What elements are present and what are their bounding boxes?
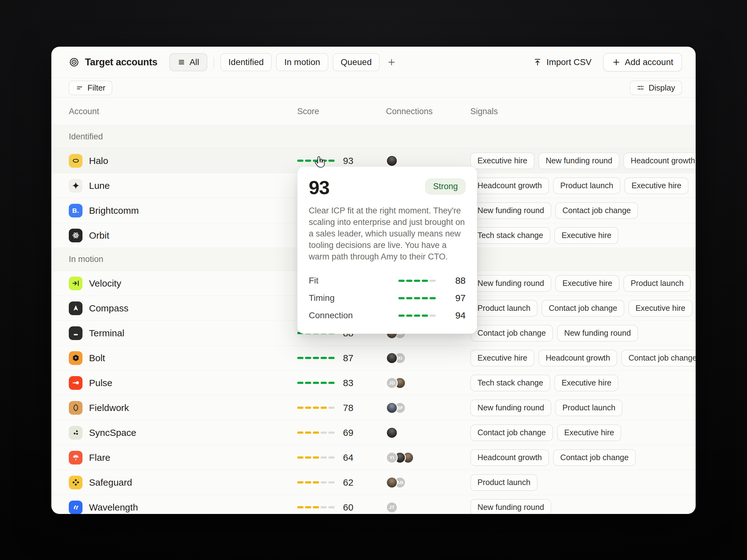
signal-chip[interactable]: Executive hire [554, 227, 618, 244]
table-row-wavelength[interactable]: Wavelength60JTNew funding round [51, 495, 696, 514]
add-view-button[interactable] [384, 55, 399, 70]
signal-chip[interactable]: New funding round [557, 325, 638, 342]
tab-in-motion[interactable]: In motion [276, 53, 328, 71]
logo-letter: B. [72, 207, 79, 214]
score-bar[interactable] [297, 382, 335, 384]
signals-cell: Contact job changeExecutive hire [470, 424, 696, 441]
avatar-photo[interactable] [386, 427, 398, 439]
display-button[interactable]: Display [630, 81, 682, 95]
avatar-initials[interactable]: YI [386, 452, 398, 463]
import-csv-button[interactable]: Import CSV [531, 54, 594, 71]
account-cell: Velocity [51, 276, 297, 290]
signal-chip[interactable]: Executive hire [555, 275, 619, 292]
score-cell[interactable]: 69 [297, 427, 386, 438]
app-header: Target accounts All Identified In motion… [51, 47, 696, 78]
account: Bolt [69, 351, 105, 365]
signal-chip[interactable]: Contact job change [470, 325, 553, 342]
avatar-photo[interactable] [386, 477, 398, 488]
signal-chip[interactable]: Executive hire [557, 424, 621, 441]
score-bar[interactable] [297, 481, 335, 483]
signal-chip[interactable]: New funding round [470, 499, 551, 514]
score-dash [320, 456, 327, 459]
connections-cell [386, 155, 470, 167]
avatar-initials[interactable]: JD [386, 377, 398, 389]
signal-chip-list: Tech stack changeExecutive hire [470, 375, 618, 391]
signal-chip[interactable]: Contact job change [555, 202, 638, 219]
score-bar[interactable] [398, 315, 436, 317]
score-cell[interactable]: 64 [297, 452, 386, 463]
account-cell: Pulse [51, 376, 297, 390]
score-bar[interactable] [297, 431, 335, 434]
table-row-syncspace[interactable]: SyncSpace69Contact job changeExecutive h… [51, 420, 696, 445]
score-dash [414, 315, 420, 317]
signal-chip[interactable]: Product launch [470, 300, 538, 317]
signal-chip[interactable]: Contact job change [553, 449, 636, 466]
signal-chip[interactable]: Tech stack change [470, 375, 550, 391]
account-cell: Safeguard [51, 476, 297, 489]
upload-icon [533, 58, 542, 66]
table-row-safeguard[interactable]: Safeguard62ABProduct launch [51, 470, 696, 495]
halo-logo-icon [69, 154, 82, 168]
signal-chip[interactable]: Executive hire [470, 153, 535, 169]
score-cell[interactable]: 78 [297, 403, 386, 413]
table-row-flare[interactable]: Flare64YIHeadcount growthContact job cha… [51, 445, 696, 470]
signal-chip[interactable]: Headcount growth [538, 350, 617, 367]
signal-chip[interactable]: Headcount growth [470, 449, 549, 466]
table-row-bolt[interactable]: Bolt87XIExecutive hireHeadcount growthCo… [51, 346, 696, 371]
score-dash [328, 407, 335, 409]
signals-cell: Headcount growthContact job change [470, 449, 696, 466]
avatar-photo[interactable] [386, 402, 398, 414]
signal-chip[interactable]: New funding round [470, 202, 551, 219]
score-dash [320, 382, 327, 384]
signal-chip[interactable]: Tech stack change [470, 227, 550, 244]
score-dash [297, 431, 304, 434]
score-bar[interactable] [297, 407, 335, 409]
signal-chip[interactable]: Executive hire [628, 300, 693, 317]
signal-chip[interactable]: Contact job change [621, 350, 696, 367]
score-cell[interactable]: 60 [297, 502, 386, 513]
score-bar[interactable] [297, 357, 335, 359]
avatar-group: AB [386, 477, 406, 488]
signal-chip[interactable]: Contact job change [542, 300, 624, 317]
score-dash [305, 382, 311, 384]
column-header-signals: Signals [470, 107, 696, 116]
metric-label: Timing [309, 293, 398, 303]
signal-chip[interactable]: Executive hire [554, 375, 618, 391]
table-row-pulse[interactable]: Pulse83JDTech stack changeExecutive hire [51, 371, 696, 395]
signal-chip-list: New funding roundProduct launch [470, 399, 622, 416]
avatar-initials[interactable]: JT [386, 502, 398, 513]
score-cell[interactable]: 87 [297, 353, 386, 364]
signal-chip[interactable]: Product launch [555, 399, 622, 416]
signal-chip[interactable]: New funding round [470, 275, 551, 292]
score-bar[interactable] [398, 297, 436, 299]
avatar-photo[interactable] [386, 352, 398, 364]
score-cell[interactable]: 83 [297, 378, 386, 388]
score-bar[interactable] [297, 456, 335, 459]
score-bar[interactable] [398, 280, 436, 282]
score-cell[interactable]: 62 [297, 477, 386, 488]
signal-chip[interactable]: Product launch [553, 177, 620, 194]
signal-chip[interactable]: Headcount growth [623, 153, 696, 169]
tab-identified[interactable]: Identified [221, 53, 272, 71]
signal-chip[interactable]: New funding round [538, 153, 619, 169]
tab-all[interactable]: All [169, 53, 207, 71]
avatar-photo[interactable] [386, 155, 398, 167]
signal-chip[interactable]: Executive hire [470, 350, 535, 367]
signal-chip[interactable]: New funding round [470, 399, 551, 416]
account: B.Brightcomm [69, 204, 139, 217]
tab-label: Queued [341, 57, 372, 67]
signal-chip[interactable]: Product launch [623, 275, 691, 292]
signal-chip[interactable]: Headcount growth [470, 177, 549, 194]
table-row-fieldwork[interactable]: Fieldwork78BFNew funding roundProduct la… [51, 395, 696, 420]
signal-chip[interactable]: Contact job change [470, 424, 553, 441]
signal-chip[interactable]: Product launch [470, 474, 538, 491]
score-dash [328, 357, 335, 359]
signal-chip[interactable]: Executive hire [624, 177, 689, 194]
add-account-button[interactable]: Add account [603, 53, 682, 72]
score-bar[interactable] [297, 506, 335, 508]
score-cell[interactable]: 93 [297, 156, 386, 166]
metric-label: Connection [309, 311, 398, 320]
score-bar[interactable] [297, 160, 335, 162]
filter-button[interactable]: Filter [69, 81, 112, 95]
tab-queued[interactable]: Queued [333, 53, 380, 71]
